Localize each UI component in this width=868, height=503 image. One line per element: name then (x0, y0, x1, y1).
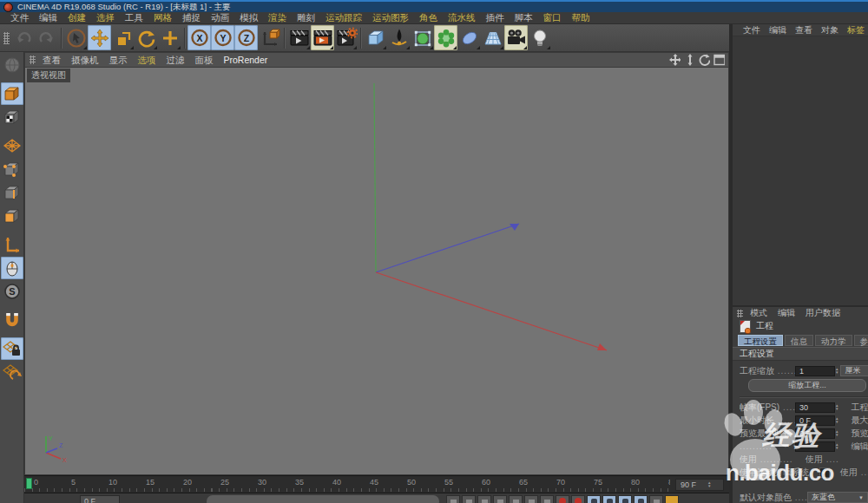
render-settings-icon[interactable] (334, 25, 358, 50)
lock-workplane-icon[interactable] (1, 337, 23, 360)
menu-item[interactable]: 运动图形 (367, 12, 414, 23)
dolly-view-icon[interactable] (683, 54, 695, 66)
make-editable-icon[interactable] (1, 54, 23, 76)
edges-mode-icon[interactable] (1, 181, 23, 204)
model-mode-icon[interactable] (1, 82, 23, 105)
object-manager-menu-item[interactable]: 查看 (791, 24, 817, 36)
floor-environment-icon[interactable] (481, 25, 504, 50)
timeline-ruler[interactable]: 0510152025303540455055606570758085 90 F … (24, 475, 729, 493)
field-input[interactable]: 30 (795, 402, 835, 413)
field-input[interactable]: 0 F (795, 428, 835, 439)
checkbox-checked[interactable]: ✓ (819, 467, 830, 478)
field-stepper[interactable]: ▲▼ (835, 404, 840, 411)
attribute-manager-menu-item[interactable]: 模式 (745, 307, 773, 319)
toolbar-grip[interactable] (3, 32, 10, 44)
attribute-tab[interactable]: 动力学 (815, 335, 852, 346)
menu-item[interactable]: 文件 (5, 12, 34, 23)
attribute-manager-grip[interactable] (737, 310, 743, 317)
viewport-solo-icon[interactable] (1, 257, 23, 279)
current-frame-marker[interactable] (26, 478, 32, 489)
object-manager-list[interactable] (733, 36, 868, 307)
pan-view-icon[interactable] (668, 54, 681, 66)
transport-button[interactable] (477, 495, 491, 503)
magnet-snap-icon[interactable] (1, 309, 23, 331)
scale-unit-dropdown[interactable]: 厘米 ▼ (840, 365, 868, 376)
viewport-canvas[interactable]: Y X Z (25, 67, 728, 474)
coordinate-system-icon[interactable] (258, 25, 281, 50)
menu-item[interactable]: 运动跟踪 (320, 12, 367, 23)
orbit-view-icon[interactable] (698, 54, 710, 66)
transport-button[interactable] (587, 495, 601, 503)
attribute-tab[interactable]: 工程设置 (738, 335, 783, 346)
spline-pen-icon[interactable] (387, 25, 411, 50)
transport-button[interactable] (540, 495, 554, 503)
undo-icon[interactable] (11, 25, 35, 50)
menu-item[interactable]: 捕捉 (177, 12, 206, 23)
field-stepper[interactable]: ▲▼ (835, 430, 840, 437)
preview-range-slider[interactable] (207, 495, 439, 503)
light-icon[interactable] (528, 25, 551, 50)
rotate-tool[interactable] (135, 25, 158, 50)
workplane-mode-icon[interactable] (1, 134, 23, 157)
viewport-menu-item[interactable]: ProRender (219, 55, 273, 66)
attribute-tab[interactable]: 信息 (785, 335, 813, 346)
menu-item[interactable]: 流水线 (443, 12, 481, 23)
transport-button[interactable] (509, 495, 523, 503)
menu-item[interactable]: 雕刻 (292, 12, 320, 23)
menu-item[interactable]: 帮助 (567, 12, 595, 23)
attribute-manager-menu-item[interactable]: 用户数据 (800, 307, 845, 319)
viewport-grip[interactable] (30, 56, 36, 64)
render-view-icon[interactable] (287, 25, 311, 50)
scale-tool[interactable] (111, 25, 135, 50)
viewport-menu-item[interactable]: 摄像机 (66, 55, 104, 66)
polygons-mode-icon[interactable] (1, 205, 23, 227)
menu-item[interactable]: 脚本 (510, 12, 538, 23)
attribute-tab[interactable]: 参考 (854, 335, 868, 346)
render-to-picture-viewer-icon[interactable] (311, 25, 334, 50)
field-input[interactable]: 0 F (795, 415, 835, 426)
deformer-icon[interactable] (457, 25, 481, 50)
transport-button[interactable] (462, 495, 476, 503)
current-frame-field[interactable]: 0 F (80, 495, 120, 503)
transport-button[interactable] (571, 495, 585, 503)
viewport-menu-item[interactable]: 查看 (37, 55, 66, 66)
menu-item[interactable]: 角色 (414, 12, 443, 23)
viewport-menu-item[interactable]: 过滤 (161, 55, 190, 66)
transport-button[interactable] (649, 495, 663, 503)
primitive-cube-icon[interactable] (364, 25, 387, 50)
transport-button[interactable] (524, 495, 538, 503)
mograph-icon[interactable] (434, 25, 457, 50)
menu-item[interactable]: 编辑 (34, 12, 62, 23)
viewport-menu-item[interactable]: 面板 (190, 55, 219, 66)
x-axis-lock[interactable]: X (187, 25, 211, 50)
enable-axis-icon[interactable] (1, 233, 23, 256)
menu-item[interactable]: 窗口 (538, 12, 567, 23)
viewport[interactable]: 查看摄像机显示选项过滤面板ProRender 透视视图 (24, 52, 729, 475)
object-manager-menu-item[interactable]: 文件 (739, 24, 765, 36)
y-axis-lock[interactable]: Y (211, 25, 234, 50)
snap-s-icon[interactable]: S (1, 280, 23, 303)
viewport-menu-item[interactable]: 显示 (104, 55, 133, 66)
field-input[interactable] (795, 441, 835, 452)
menu-item[interactable]: 动画 (206, 12, 234, 23)
points-mode-icon[interactable] (1, 158, 23, 180)
transport-button[interactable] (446, 495, 460, 503)
transport-button[interactable] (556, 495, 569, 503)
workplane-transform-icon[interactable] (1, 361, 23, 383)
scale-project-button[interactable]: 缩放工程... (748, 379, 866, 392)
menu-item[interactable]: 创建 (62, 12, 91, 23)
ruler-track[interactable]: 0510152025303540455055606570758085 (24, 476, 670, 493)
menu-item[interactable]: 选择 (91, 12, 120, 23)
field-stepper[interactable]: ▲▼ (835, 417, 840, 424)
menu-item[interactable]: 插件 (481, 12, 510, 23)
texture-mode-icon[interactable] (1, 106, 23, 128)
redo-icon[interactable] (35, 25, 58, 50)
object-manager-menu-item[interactable]: 对象 (817, 24, 843, 36)
last-tool-icon[interactable] (158, 25, 181, 50)
viewport-menu-item[interactable]: 选项 (133, 55, 161, 66)
transport-button[interactable] (618, 495, 632, 503)
transport-button[interactable] (634, 495, 648, 503)
transport-button[interactable] (665, 495, 679, 503)
default-color-dropdown[interactable]: 灰蓝色 ▼ (807, 492, 868, 503)
object-manager-menu-item[interactable]: 标签 (843, 24, 868, 36)
